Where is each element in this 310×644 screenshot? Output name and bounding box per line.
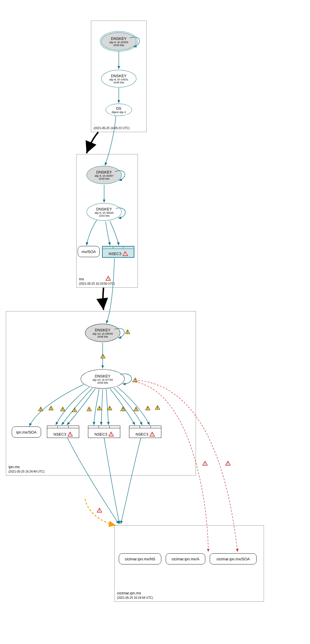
warning-icon: ! [125,329,130,334]
svg-text:!: ! [127,331,128,334]
warning-icon: ! [97,406,102,410]
root-zsk-node: DNSKEY alg=8, id=14631 2048 bits [101,70,136,87]
root-ksk-type: DNSKEY [111,36,126,41]
root-zsk-alg: alg=8, id=14631 [109,78,128,81]
warning-icon: ! [60,407,65,411]
ds-node: DS digest alg=2 [106,104,132,116]
ipn-soa-label: ipn.mx/SOA [16,430,36,434]
ipn-ksk-bits: 2048 bits [97,335,108,338]
cicimar-a-label: cicimar.ipn.mx/A [172,557,199,561]
svg-text:!: ! [99,509,100,512]
zone-root-label: . (2021-05-25 14:05:22 UTC) [94,121,130,130]
ipn-nsec3-3-label: NSEC3 [135,432,148,436]
error-icon: ! [202,461,208,466]
ipn-ksk-alg: alg=10, id=65049 [92,332,113,335]
mx-nsec3-node: NSEC3 ! [102,246,134,258]
warning-icon: ! [87,407,92,411]
warning-icon: ! [120,407,126,411]
error-icon: ! [225,461,231,466]
svg-text:!: ! [40,408,41,411]
warning-icon: ! [100,354,106,358]
warning-icon: ! [38,407,43,411]
mx-zsk-alg: alg=8, id=36526 [95,211,114,214]
warning-icon: ! [155,405,160,410]
svg-text:!: ! [152,433,153,436]
svg-text:!: ! [109,407,110,410]
ipn-zsk-node: DNSKEY alg=10, id=57728 2048 bits [81,369,125,389]
cicimar-ns-node: cicimar.ipn.mx/NS [119,553,161,564]
mx-ksk-bits: 2048 bits [99,177,110,180]
mx-ksk-alg: alg=8, id=49357 [95,174,114,177]
svg-text:!: ! [227,462,228,465]
svg-text:!: ! [157,406,158,409]
zone-ipn-ts: (2021-05-25 16:24:49 UTC) [9,470,45,473]
svg-text:!: ! [99,407,100,410]
svg-text:!: ! [62,408,63,411]
cicimar-ns-label: cicimar.ipn.mx/NS [125,557,155,561]
zone-root-ts: (2021-05-25 14:05:22 UTC) [94,126,130,130]
mx-ksk-type: DNSKEY [96,170,112,174]
svg-text:!: ! [135,408,136,411]
ipn-zsk-alg: alg=10, id=57728 [92,378,113,381]
error-icon: ! [106,276,111,281]
zone-cicimar-name: cicimar.ipn.mx [117,591,153,596]
zone-root-name: . [94,121,130,126]
mx-soa-label: mx/SOA [82,249,96,254]
svg-text:!: ! [125,252,126,256]
ipn-zsk-type: DNSKEY [95,374,110,378]
root-ksk-bits: 2048 bits [114,44,124,47]
mx-zsk-node: DNSKEY alg=8, id=36526 1024 bits [87,203,122,221]
svg-text:!: ! [108,277,109,280]
ipn-nsec3-3-node: NSEC3 ! [129,426,161,438]
ipn-nsec3-1-label: NSEC3 [53,432,66,436]
warning-icon: ! [133,377,138,382]
dnssec-graph: . (2021-05-25 14:05:22 UTC) DNSKEY alg=8… [3,3,307,641]
zone-ipn-label: ipn.mx (2021-05-25 16:24:49 UTC) [9,465,45,473]
root-zsk-bits: 2048 bits [114,81,124,84]
warning-icon: ! [72,407,77,412]
error-icon: ! [123,251,128,256]
warning-icon: ! [107,406,112,410]
ipn-nsec3-2-node: NSEC3 ! [88,426,120,438]
ds-alg: digest alg=2 [112,111,126,114]
svg-text:!: ! [147,407,148,410]
mx-nsec3-label: NSEC3 [109,252,121,256]
svg-text:!: ! [89,408,89,411]
root-ksk-node: DNSKEY alg=8, id=20326 2048 bits [101,32,136,50]
svg-text:!: ! [50,407,51,410]
error-icon: ! [97,508,102,512]
svg-text:!: ! [74,409,75,412]
warning-icon: ! [133,407,139,411]
zone-cicimar-ts: (2021-05-25 16:24:58 UTC) [117,596,153,600]
ipn-ksk-node: DNSKEY alg=10, id=65049 2048 bits [85,324,120,342]
mx-ksk-node: DNSKEY alg=8, id=49357 2048 bits [87,166,122,184]
ipn-zsk-bits: 2048 bits [97,381,108,384]
error-icon: ! [150,432,155,436]
ipn-ksk-type: DNSKEY [95,328,110,332]
ipn-nsec3-1-node: NSEC3 ! [47,426,79,438]
svg-text:!: ! [204,462,205,465]
zone-cicimar-label: cicimar.ipn.mx (2021-05-25 16:24:58 UTC) [117,591,153,600]
error-icon: ! [109,432,114,436]
svg-text:!: ! [102,355,103,358]
warning-icon: ! [145,406,150,410]
root-zsk-type: DNSKEY [111,74,126,78]
mx-zsk-bits: 1024 bits [99,214,110,217]
cicimar-a-node: cicimar.ipn.mx/A [166,553,205,564]
svg-text:!: ! [135,379,135,382]
svg-text:!: ! [70,433,70,436]
ipn-nsec3-2-label: NSEC3 [94,432,107,436]
zone-mx-ts: (2021-05-25 16:19:00 UTC) [79,282,115,286]
svg-text:!: ! [122,408,123,411]
root-ksk-alg: alg=8, id=20326 [109,41,128,44]
warning-icon: ! [48,406,54,410]
ipn-soa-node: ipn.mx/SOA [12,426,41,438]
error-icon: ! [67,432,73,436]
cicimar-soa-node: cicimar.ipn.mx/SOA [210,553,257,564]
zone-ipn-name: ipn.mx [9,465,45,470]
mx-soa-node: mx/SOA [78,246,100,257]
ds-type: DS [116,106,121,111]
mx-zsk-type: DNSKEY [96,207,112,211]
cicimar-soa-label: cicimar.ipn.mx/SOA [216,557,250,561]
svg-text:!: ! [111,433,111,436]
